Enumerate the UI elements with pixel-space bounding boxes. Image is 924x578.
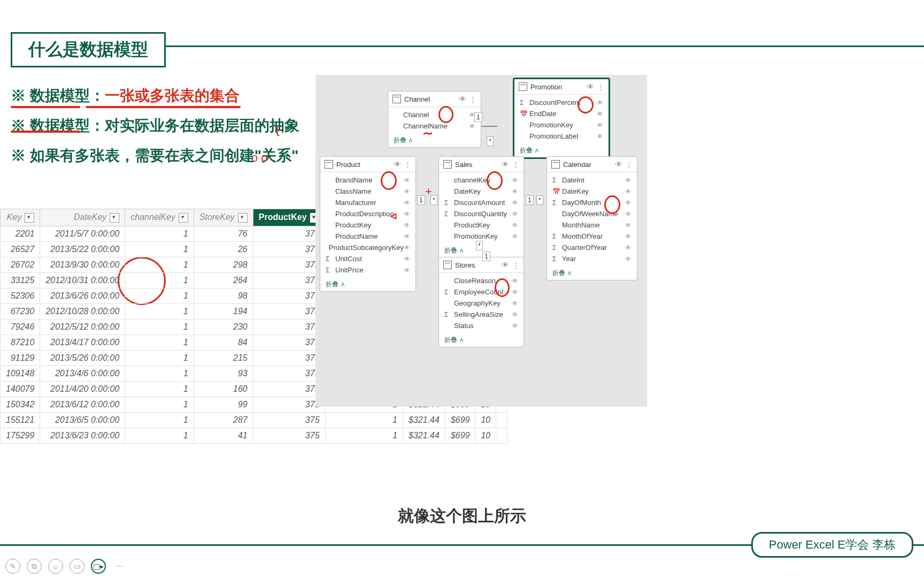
hide-icon[interactable]: 👁 bbox=[512, 222, 518, 229]
hide-icon[interactable]: 👁 bbox=[512, 199, 518, 207]
field-row[interactable]: ProductName👁 bbox=[320, 231, 415, 242]
more-icon[interactable]: ⋮ bbox=[597, 83, 604, 91]
pen-tool[interactable]: ✎ bbox=[5, 559, 20, 574]
eye-icon[interactable]: 👁 bbox=[615, 160, 622, 169]
card-product[interactable]: Product👁⋮BrandName👁ClassName👁Manufacture… bbox=[320, 156, 416, 292]
field-row[interactable]: ΣDiscountAmount👁 bbox=[439, 197, 523, 208]
col-header[interactable]: StoreKey bbox=[194, 209, 253, 226]
field-row[interactable]: ΣDateInt👁 bbox=[547, 174, 637, 186]
field-row[interactable]: ΣUnitPrice👁 bbox=[320, 264, 415, 276]
model-diagram[interactable]: 1 * 1 * 1 * * 1 Channel👁⋮Channel👁Channel… bbox=[315, 75, 647, 407]
card-header[interactable]: Stores👁⋮ bbox=[439, 257, 523, 273]
field-row[interactable]: BrandName👁 bbox=[320, 174, 415, 186]
eye-icon[interactable]: 👁 bbox=[587, 82, 594, 91]
field-row[interactable]: PromotionLabel👁 bbox=[514, 131, 609, 142]
field-row[interactable]: PromotionKey👁 bbox=[514, 119, 609, 131]
more-icon[interactable]: ⋮ bbox=[469, 95, 476, 103]
col-header[interactable]: DateKey bbox=[40, 209, 125, 226]
hide-icon[interactable]: 👁 bbox=[404, 222, 410, 229]
field-row[interactable]: MonthName👁 bbox=[547, 219, 637, 231]
hide-icon[interactable]: 👁 bbox=[512, 322, 518, 330]
field-row[interactable]: GeographyKey👁 bbox=[439, 298, 523, 309]
card-promotion[interactable]: Promotion👁⋮ΣDiscountPercent👁📅EndDate👁Pro… bbox=[513, 78, 610, 158]
camera-tool[interactable]: ▢▸ bbox=[91, 559, 106, 574]
eye-icon[interactable]: 👁 bbox=[394, 160, 401, 169]
hide-icon[interactable]: 👁 bbox=[469, 123, 475, 130]
hide-icon[interactable]: 👁 bbox=[404, 267, 410, 274]
field-row[interactable]: Manufacturer👁 bbox=[320, 197, 415, 208]
field-row[interactable]: ProductKey👁 bbox=[320, 219, 415, 231]
col-header[interactable]: channelKey bbox=[125, 209, 194, 226]
eye-icon[interactable]: 👁 bbox=[502, 261, 509, 269]
field-row[interactable]: ΣUnitCost👁 bbox=[320, 253, 415, 264]
field-row[interactable]: channelKey👁 bbox=[439, 174, 523, 186]
field-row[interactable]: 📅EndDate👁 bbox=[514, 108, 609, 119]
more-tool[interactable]: ⋯ bbox=[112, 559, 127, 574]
card-channel[interactable]: Channel👁⋮Channel👁ChannelName👁折叠 ∧ bbox=[388, 91, 481, 148]
collapse-toggle[interactable]: 折叠 ∧ bbox=[320, 278, 415, 291]
card-calendar[interactable]: Calendar👁⋮ΣDateInt👁📅DateKey👁ΣDayOfMonth👁… bbox=[546, 156, 637, 280]
hide-icon[interactable]: 👁 bbox=[625, 255, 632, 263]
hide-icon[interactable]: 👁 bbox=[597, 133, 603, 140]
hide-icon[interactable]: 👁 bbox=[512, 300, 518, 307]
hide-icon[interactable]: 👁 bbox=[597, 99, 603, 107]
hide-icon[interactable]: 👁 bbox=[625, 222, 632, 229]
hide-icon[interactable]: 👁 bbox=[404, 244, 410, 252]
card-stores[interactable]: Stores👁⋮CloseReason👁ΣEmployeeCount👁Geogr… bbox=[438, 257, 524, 347]
more-icon[interactable]: ⋮ bbox=[626, 161, 633, 169]
hide-icon[interactable]: 👁 bbox=[404, 199, 410, 207]
more-icon[interactable]: ⋮ bbox=[404, 161, 411, 169]
collapse-toggle[interactable]: 折叠 ∧ bbox=[514, 144, 609, 157]
screen-tool[interactable]: ▭ bbox=[70, 559, 84, 574]
zoom-tool[interactable]: ⌕ bbox=[48, 559, 63, 574]
hide-icon[interactable]: 👁 bbox=[404, 210, 410, 218]
card-header[interactable]: Promotion👁⋮ bbox=[514, 79, 609, 95]
collapse-toggle[interactable]: 折叠 ∧ bbox=[547, 267, 637, 280]
hide-icon[interactable]: 👁 bbox=[625, 210, 632, 218]
field-row[interactable]: ΣDayOfMonth👁 bbox=[547, 197, 637, 208]
more-icon[interactable]: ⋮ bbox=[512, 261, 519, 269]
card-header[interactable]: Product👁⋮ bbox=[320, 157, 415, 172]
hide-icon[interactable]: 👁 bbox=[597, 110, 603, 118]
hide-icon[interactable]: 👁 bbox=[512, 210, 518, 218]
filter-icon[interactable] bbox=[238, 213, 248, 223]
hide-icon[interactable]: 👁 bbox=[597, 121, 603, 129]
field-row[interactable]: ΣDiscountPercent👁 bbox=[514, 97, 609, 108]
hide-icon[interactable]: 👁 bbox=[625, 244, 632, 252]
field-row[interactable]: 📅DateKey👁 bbox=[547, 186, 637, 197]
field-row[interactable]: ChannelName👁 bbox=[388, 120, 481, 132]
more-icon[interactable]: ⋮ bbox=[512, 161, 519, 169]
field-row[interactable]: ClassName👁 bbox=[320, 186, 415, 197]
field-row[interactable]: ΣQuarterOfYear👁 bbox=[547, 242, 637, 253]
card-header[interactable]: Calendar👁⋮ bbox=[547, 157, 637, 172]
hide-icon[interactable]: 👁 bbox=[404, 233, 410, 240]
collapse-toggle[interactable]: 折叠 ∧ bbox=[439, 333, 523, 347]
table-row[interactable]: 1752992013/6/23 0:00:001413751$321.44$69… bbox=[1, 428, 507, 443]
hide-icon[interactable]: 👁 bbox=[512, 288, 518, 296]
hide-icon[interactable]: 👁 bbox=[625, 233, 632, 240]
field-row[interactable]: ΣSellingAreaSize👁 bbox=[439, 309, 523, 320]
col-header[interactable]: Key bbox=[1, 209, 40, 226]
hide-icon[interactable]: 👁 bbox=[512, 233, 518, 240]
filter-icon[interactable] bbox=[110, 213, 119, 223]
hide-icon[interactable]: 👁 bbox=[404, 188, 410, 195]
col-header[interactable]: ProductKey bbox=[253, 209, 325, 226]
eye-icon[interactable]: 👁 bbox=[502, 160, 509, 169]
hide-icon[interactable]: 👁 bbox=[404, 255, 410, 263]
field-row[interactable]: Status👁 bbox=[439, 320, 523, 331]
hide-icon[interactable]: 👁 bbox=[404, 177, 410, 184]
field-row[interactable]: ΣDiscountQuantity👁 bbox=[439, 208, 523, 219]
hide-icon[interactable]: 👁 bbox=[625, 177, 632, 184]
table-row[interactable]: 1551212013/6/5 0:00:0012873751$321.44$69… bbox=[1, 412, 507, 428]
field-row[interactable]: DayOfWeekName👁 bbox=[547, 208, 637, 219]
eye-icon[interactable]: 👁 bbox=[459, 95, 466, 103]
hide-icon[interactable]: 👁 bbox=[512, 188, 518, 195]
filter-icon[interactable] bbox=[25, 213, 34, 223]
field-row[interactable]: ProductKey👁 bbox=[439, 219, 523, 231]
card-header[interactable]: Channel👁⋮ bbox=[388, 92, 481, 107]
field-row[interactable]: CloseReason👁 bbox=[439, 275, 523, 286]
hide-icon[interactable]: 👁 bbox=[512, 177, 518, 184]
collapse-toggle[interactable]: 折叠 ∧ bbox=[388, 134, 481, 147]
field-row[interactable]: DateKey👁 bbox=[439, 186, 523, 197]
filter-icon[interactable] bbox=[179, 213, 188, 223]
